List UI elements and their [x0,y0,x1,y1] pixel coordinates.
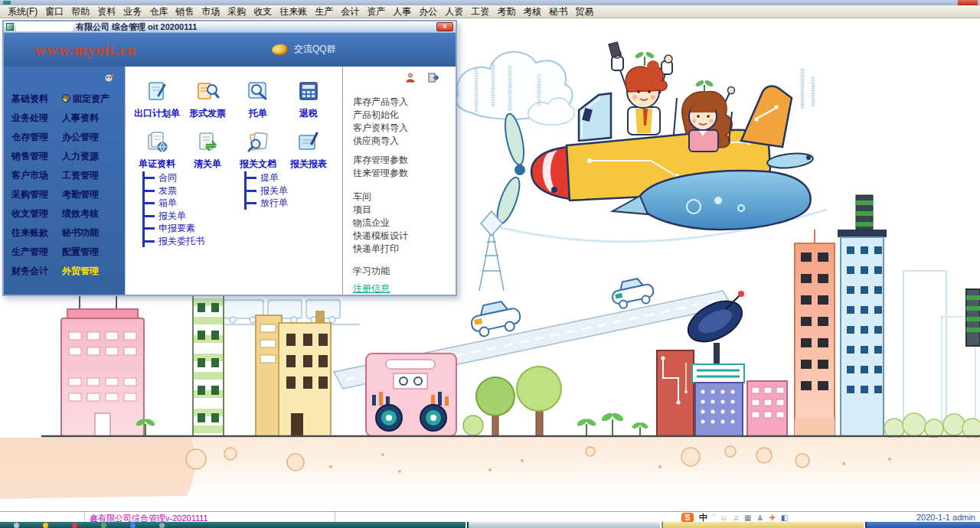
sidebar-module-item[interactable]: 业务处理 [11,109,60,128]
customs-report-button[interactable]: 报关报表 [283,131,334,181]
sidebar-module-item[interactable]: 考勤管理 [62,185,109,204]
utility-link[interactable]: 客户资料导入 [353,122,456,135]
sidebar-module-item[interactable]: 销售管理 [11,147,60,166]
tray-icon[interactable] [72,523,77,528]
menu-item[interactable]: 考核 [519,5,545,18]
menu-item[interactable]: 帮助 [67,5,93,18]
taskbar-window-button[interactable] [865,522,980,528]
proforma-invoice-button[interactable]: 形式发票 [182,80,233,131]
utility-link[interactable]: 往来管理参数 [353,167,456,180]
tray-icon[interactable] [101,523,106,528]
menu-item[interactable]: 窗口 [41,5,67,18]
tray-icon[interactable] [159,523,165,528]
ghost-buildings [903,271,975,436]
menu-item[interactable]: 资产 [363,5,389,18]
utility-link[interactable]: 快递模板设计 [353,230,456,243]
sidebar-module-item[interactable]: 人事资料 [62,109,109,128]
utility-link[interactable]: 项目 [353,204,456,217]
taskbar-tray[interactable] [0,522,466,528]
export-plan-button[interactable]: 出口计划单 [132,80,182,131]
tree-item[interactable]: 申报要素 [145,222,204,235]
utility-link[interactable]: 物流企业 [353,217,456,230]
tree-item[interactable]: 发票 [145,184,204,197]
utility-link[interactable]: 库存产品导入 [353,96,456,109]
sidebar-module-item[interactable]: 办公管理 [62,128,109,147]
mini-user-icon[interactable] [406,72,416,86]
tray-icon[interactable] [14,523,19,528]
ime-person-icon[interactable]: ♟ [756,513,763,523]
menu-item[interactable]: 系统(F) [4,5,41,18]
window-titlebar[interactable]: 有限公司 综合管理 oit 20200111 × [4,21,456,33]
app-close-button[interactable] [958,0,978,5]
window-icon [6,23,14,31]
sidebar-module-item[interactable]: 固定资产 [62,90,109,109]
menu-item[interactable]: 收支 [250,5,276,18]
menu-item[interactable]: 往来账 [276,5,311,18]
sidebar-module-item[interactable]: 秘书功能 [62,223,109,243]
edge-chimney [966,289,980,346]
utility-link[interactable]: 供应商导入 [353,135,456,148]
utility-link[interactable]: 快递单打印 [353,243,456,256]
tree-item[interactable]: 提单 [247,171,288,184]
ime-skin-icon[interactable]: ✚ [769,513,775,523]
menu-item[interactable]: 考勤 [493,5,519,18]
sidebar-module-item[interactable]: 收支管理 [11,204,60,223]
menu-item[interactable]: 采购 [224,5,250,18]
sidebar-module-item[interactable]: 客户市场 [11,166,60,185]
sidebar-module-item[interactable]: 往来账款 [11,223,60,243]
booking-order-button[interactable]: 托单 [233,80,283,131]
taskbar-window-button[interactable] [662,522,864,528]
ime-punctuation-icon[interactable]: ’ [713,513,714,523]
tree-branch [247,177,256,179]
menu-item[interactable]: 仓库 [145,5,172,18]
exit-icon[interactable] [428,72,439,86]
ime-emoji-icon[interactable]: ☺ [720,513,727,523]
utility-link[interactable]: 车间 [353,191,456,204]
ime-voice-icon[interactable]: ♫ [733,513,739,523]
sidebar-module-item[interactable]: 财务会计 [11,262,60,281]
register-info-link[interactable]: 注册信息 [353,282,390,295]
sidebar-module-item[interactable]: 工资管理 [62,166,109,185]
menu-item[interactable]: 贸易 [571,5,597,18]
ime-toolbox-icon[interactable]: ◧ [781,513,788,523]
tax-refund-button[interactable]: 退税 [283,80,334,131]
sidebar-module-item[interactable]: 配置管理 [62,243,109,262]
tray-icon[interactable] [43,523,48,528]
menu-item[interactable]: 生产 [311,5,337,18]
menu-item[interactable]: 人事 [389,5,415,18]
ime-keyboard-icon[interactable]: ▦ [744,513,751,523]
menu-item[interactable]: 销售 [172,5,198,18]
menu-item[interactable]: 人资 [441,5,467,18]
menu-item[interactable]: 市场 [198,5,224,18]
tree-item-label: 箱单 [158,197,177,208]
menu-item[interactable]: 资料 [93,5,119,18]
menu-item[interactable]: 会计 [337,5,363,18]
tree-item[interactable]: 报关单 [247,184,288,197]
taskbar-window-button[interactable] [467,522,660,528]
menu-item[interactable]: 工资 [467,5,493,18]
sidebar-module-item[interactable]: 人力资源 [62,147,109,166]
utility-link[interactable]: 产品初始化 [353,109,456,122]
sidebar-module-item[interactable]: 采购管理 [11,185,60,204]
redacted-company-name [16,23,73,31]
sidebar-module-item[interactable]: 基础资料 [11,90,60,109]
qq-group-link[interactable]: 交流QQ群 [272,43,336,56]
function-icon-grid: 出口计划单 形式发票 托单 退税 [132,80,334,181]
sidebar-module-item[interactable]: 绩效考核 [62,204,109,223]
menu-item[interactable]: 办公 [415,5,441,18]
menu-item[interactable]: 业务 [119,5,145,18]
sidebar-module-item[interactable]: 仓存管理 [11,128,60,147]
close-button[interactable]: × [436,22,453,31]
sidebar-module-item[interactable]: 生产管理 [11,243,60,262]
tree-item[interactable]: 报关委托书 [145,235,204,248]
tree-item[interactable]: 箱单 [145,197,204,210]
tray-icon[interactable] [130,523,136,528]
sogou-logo-icon[interactable]: S [681,513,694,523]
sidebar-module-item[interactable]: 外贸管理 [62,262,109,281]
utility-link[interactable]: 库存管理参数 [353,154,456,167]
utility-link[interactable]: 学习功能 [353,265,456,278]
tree-item[interactable]: 放行单 [247,197,288,210]
tree-item[interactable]: 合同 [145,171,204,184]
menu-item[interactable]: 秘书 [545,5,571,18]
tree-item[interactable]: 报关单 [145,210,204,223]
